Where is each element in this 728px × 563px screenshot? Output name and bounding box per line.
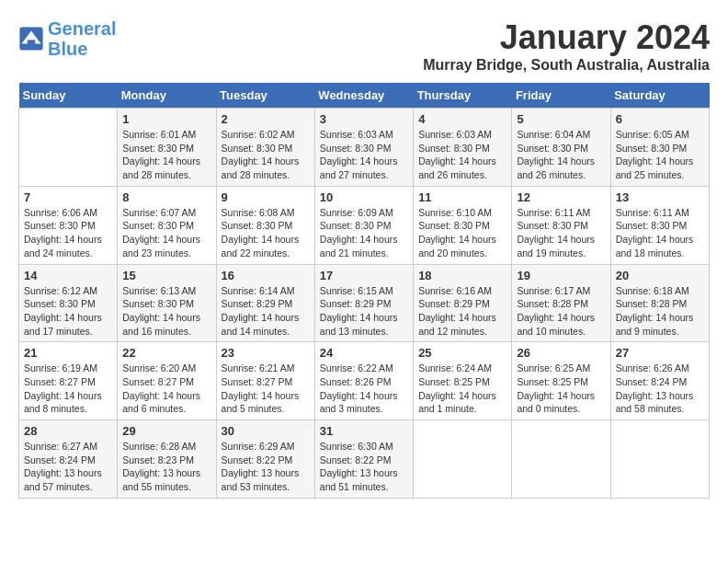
day-number: 21 (24, 346, 112, 360)
day-info: Sunrise: 6:01 AM Sunset: 8:30 PM Dayligh… (122, 128, 210, 182)
day-number: 19 (517, 269, 605, 282)
day-info: Sunrise: 6:19 AM Sunset: 8:27 PM Dayligh… (24, 362, 112, 416)
day-info: Sunrise: 6:16 AM Sunset: 8:29 PM Dayligh… (418, 284, 506, 339)
calendar-cell: 2Sunrise: 6:02 AM Sunset: 8:30 PM Daylig… (216, 109, 314, 187)
day-info: Sunrise: 6:30 AM Sunset: 8:22 PM Dayligh… (320, 440, 408, 494)
logo-line1: General (48, 18, 116, 39)
calendar-cell: 6Sunrise: 6:05 AM Sunset: 8:30 PM Daylig… (610, 109, 709, 187)
day-info: Sunrise: 6:18 AM Sunset: 8:28 PM Dayligh… (616, 284, 704, 339)
day-info: Sunrise: 6:17 AM Sunset: 8:28 PM Dayligh… (517, 284, 605, 339)
calendar-cell (610, 420, 709, 499)
day-number: 26 (517, 346, 605, 360)
day-info: Sunrise: 6:06 AM Sunset: 8:30 PM Dayligh… (24, 206, 112, 260)
calendar-cell: 3Sunrise: 6:03 AM Sunset: 8:30 PM Daylig… (314, 109, 413, 187)
weekday-header-tuesday: Tuesday (216, 83, 314, 109)
day-info: Sunrise: 6:26 AM Sunset: 8:24 PM Dayligh… (616, 362, 704, 416)
day-number: 11 (418, 190, 506, 204)
day-number: 23 (222, 346, 310, 360)
calendar-cell: 11Sunrise: 6:10 AM Sunset: 8:30 PM Dayli… (414, 186, 512, 264)
day-info: Sunrise: 6:13 AM Sunset: 8:30 PM Dayligh… (122, 284, 210, 339)
day-number: 25 (418, 346, 506, 360)
day-number: 1 (122, 112, 210, 126)
calendar-cell: 28Sunrise: 6:27 AM Sunset: 8:24 PM Dayli… (19, 420, 118, 499)
calendar-week-row: 28Sunrise: 6:27 AM Sunset: 8:24 PM Dayli… (19, 420, 710, 499)
calendar-cell: 18Sunrise: 6:16 AM Sunset: 8:29 PM Dayli… (414, 264, 512, 342)
calendar-cell: 25Sunrise: 6:24 AM Sunset: 8:25 PM Dayli… (414, 342, 512, 420)
day-number: 8 (122, 190, 210, 204)
day-number: 7 (24, 190, 112, 204)
day-number: 15 (122, 269, 210, 282)
day-number: 22 (122, 346, 210, 360)
day-number: 9 (222, 190, 310, 204)
svg-rect-2 (28, 40, 35, 46)
day-number: 2 (222, 112, 310, 126)
calendar-cell: 26Sunrise: 6:25 AM Sunset: 8:25 PM Dayli… (512, 342, 610, 420)
day-number: 16 (222, 269, 310, 282)
calendar-cell (19, 109, 118, 187)
calendar-cell: 31Sunrise: 6:30 AM Sunset: 8:22 PM Dayli… (314, 420, 413, 499)
weekday-header-wednesday: Wednesday (314, 83, 413, 109)
calendar-table: SundayMondayTuesdayWednesdayThursdayFrid… (18, 83, 710, 499)
day-number: 4 (418, 112, 506, 126)
calendar-cell: 4Sunrise: 6:03 AM Sunset: 8:30 PM Daylig… (414, 109, 512, 187)
calendar-cell: 20Sunrise: 6:18 AM Sunset: 8:28 PM Dayli… (610, 264, 709, 342)
day-number: 31 (320, 424, 408, 438)
day-number: 14 (24, 269, 112, 282)
calendar-week-row: 1Sunrise: 6:01 AM Sunset: 8:30 PM Daylig… (19, 109, 710, 187)
calendar-cell: 19Sunrise: 6:17 AM Sunset: 8:28 PM Dayli… (512, 264, 610, 342)
calendar-cell: 10Sunrise: 6:09 AM Sunset: 8:30 PM Dayli… (314, 186, 413, 264)
day-info: Sunrise: 6:15 AM Sunset: 8:29 PM Dayligh… (320, 284, 408, 339)
page-header: General Blue January 2024 Murray Bridge,… (18, 18, 710, 74)
day-number: 6 (616, 112, 704, 126)
day-info: Sunrise: 6:08 AM Sunset: 8:30 PM Dayligh… (222, 206, 310, 260)
day-number: 12 (517, 190, 605, 204)
calendar-cell: 7Sunrise: 6:06 AM Sunset: 8:30 PM Daylig… (19, 186, 118, 264)
calendar-cell: 29Sunrise: 6:28 AM Sunset: 8:23 PM Dayli… (118, 420, 216, 499)
day-info: Sunrise: 6:14 AM Sunset: 8:29 PM Dayligh… (222, 284, 310, 339)
day-info: Sunrise: 6:03 AM Sunset: 8:30 PM Dayligh… (418, 128, 506, 182)
day-number: 10 (320, 190, 408, 204)
day-number: 18 (418, 269, 506, 282)
calendar-cell: 22Sunrise: 6:20 AM Sunset: 8:27 PM Dayli… (118, 342, 216, 420)
day-number: 27 (616, 346, 704, 360)
calendar-cell: 27Sunrise: 6:26 AM Sunset: 8:24 PM Dayli… (610, 342, 709, 420)
title-area: January 2024 Murray Bridge, South Austra… (423, 18, 710, 74)
day-number: 17 (320, 269, 408, 282)
day-number: 3 (320, 112, 408, 126)
calendar-cell: 5Sunrise: 6:04 AM Sunset: 8:30 PM Daylig… (512, 109, 610, 187)
calendar-cell: 15Sunrise: 6:13 AM Sunset: 8:30 PM Dayli… (118, 264, 216, 342)
calendar-cell: 23Sunrise: 6:21 AM Sunset: 8:27 PM Dayli… (216, 342, 314, 420)
calendar-cell: 9Sunrise: 6:08 AM Sunset: 8:30 PM Daylig… (216, 186, 314, 264)
day-info: Sunrise: 6:04 AM Sunset: 8:30 PM Dayligh… (517, 128, 605, 182)
day-number: 30 (222, 424, 310, 438)
day-info: Sunrise: 6:12 AM Sunset: 8:30 PM Dayligh… (24, 284, 112, 339)
weekday-header-row: SundayMondayTuesdayWednesdayThursdayFrid… (19, 83, 710, 109)
day-info: Sunrise: 6:27 AM Sunset: 8:24 PM Dayligh… (24, 440, 112, 494)
day-info: Sunrise: 6:28 AM Sunset: 8:23 PM Dayligh… (122, 440, 210, 494)
day-number: 29 (122, 424, 210, 438)
day-info: Sunrise: 6:09 AM Sunset: 8:30 PM Dayligh… (320, 206, 408, 260)
day-info: Sunrise: 6:20 AM Sunset: 8:27 PM Dayligh… (122, 362, 210, 416)
day-info: Sunrise: 6:22 AM Sunset: 8:26 PM Dayligh… (320, 362, 408, 416)
day-info: Sunrise: 6:29 AM Sunset: 8:22 PM Dayligh… (222, 440, 310, 494)
calendar-subtitle: Murray Bridge, South Australia, Australi… (423, 57, 710, 74)
calendar-cell: 21Sunrise: 6:19 AM Sunset: 8:27 PM Dayli… (19, 342, 118, 420)
calendar-cell: 8Sunrise: 6:07 AM Sunset: 8:30 PM Daylig… (118, 186, 216, 264)
day-info: Sunrise: 6:21 AM Sunset: 8:27 PM Dayligh… (222, 362, 310, 416)
day-info: Sunrise: 6:11 AM Sunset: 8:30 PM Dayligh… (616, 206, 704, 260)
logo-text: General Blue (48, 18, 116, 59)
calendar-cell: 14Sunrise: 6:12 AM Sunset: 8:30 PM Dayli… (19, 264, 118, 342)
calendar-cell (414, 420, 512, 499)
weekday-header-thursday: Thursday (414, 83, 512, 109)
calendar-cell: 13Sunrise: 6:11 AM Sunset: 8:30 PM Dayli… (610, 186, 709, 264)
calendar-week-row: 7Sunrise: 6:06 AM Sunset: 8:30 PM Daylig… (19, 186, 710, 264)
day-info: Sunrise: 6:24 AM Sunset: 8:25 PM Dayligh… (418, 362, 506, 416)
weekday-header-saturday: Saturday (610, 83, 709, 109)
day-number: 5 (517, 112, 605, 126)
day-info: Sunrise: 6:02 AM Sunset: 8:30 PM Dayligh… (222, 128, 310, 182)
day-info: Sunrise: 6:11 AM Sunset: 8:30 PM Dayligh… (517, 206, 605, 260)
logo: General Blue (18, 18, 116, 59)
calendar-cell: 16Sunrise: 6:14 AM Sunset: 8:29 PM Dayli… (216, 264, 314, 342)
day-info: Sunrise: 6:05 AM Sunset: 8:30 PM Dayligh… (616, 128, 704, 182)
calendar-week-row: 14Sunrise: 6:12 AM Sunset: 8:30 PM Dayli… (19, 264, 710, 342)
